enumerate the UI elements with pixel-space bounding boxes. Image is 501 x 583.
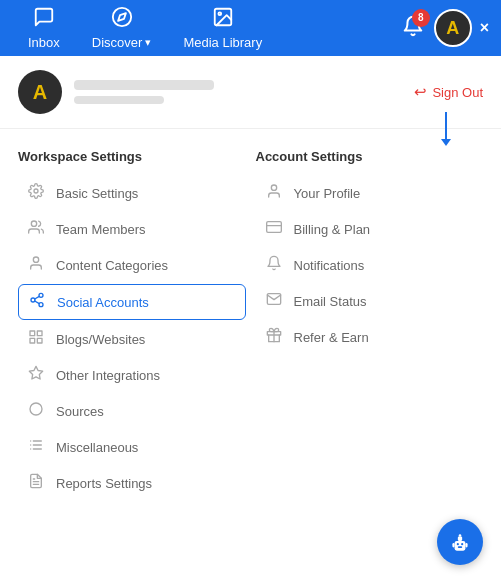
discover-label: Discover — [92, 35, 143, 50]
workspace-settings-col: Workspace Settings Basic Settings — [18, 149, 246, 502]
arrow-indicator — [445, 112, 447, 140]
blogs-websites-label: Blogs/Websites — [56, 332, 145, 347]
svg-rect-38 — [465, 543, 467, 547]
nav-close-button[interactable]: × — [480, 19, 489, 37]
media-library-label: Media Library — [183, 35, 262, 50]
sign-out-button[interactable]: ↩ Sign Out — [414, 83, 483, 101]
svg-rect-37 — [452, 543, 454, 547]
account-settings-title: Account Settings — [256, 149, 484, 164]
blogs-websites-icon — [26, 329, 46, 349]
team-members-label: Team Members — [56, 222, 146, 237]
content-categories-icon — [26, 255, 46, 275]
user-name-blur — [74, 80, 214, 90]
team-members-icon — [26, 219, 46, 239]
svg-point-6 — [33, 257, 38, 262]
miscellaneous-label: Miscellaneous — [56, 440, 138, 455]
miscellaneous-icon — [26, 437, 46, 457]
svg-marker-16 — [29, 366, 42, 379]
top-nav: Inbox Discover ▾ Media Library — [0, 0, 501, 56]
sign-out-icon: ↩ — [414, 83, 427, 101]
svg-point-5 — [31, 221, 36, 226]
svg-point-26 — [271, 185, 276, 190]
discover-icon — [111, 6, 133, 33]
menu-item-miscellaneous[interactable]: Miscellaneous — [18, 430, 246, 464]
inbox-icon — [33, 6, 55, 33]
reports-settings-icon — [26, 473, 46, 493]
basic-settings-icon — [26, 183, 46, 203]
svg-point-0 — [112, 8, 130, 26]
user-info — [74, 80, 414, 104]
menu-item-team-members[interactable]: Team Members — [18, 212, 246, 246]
inbox-label: Inbox — [28, 35, 60, 50]
reports-settings-label: Reports Settings — [56, 476, 152, 491]
menu-item-sources[interactable]: Sources — [18, 394, 246, 428]
nav-inbox[interactable]: Inbox — [12, 6, 76, 50]
discover-chevron-icon: ▾ — [145, 36, 151, 49]
svg-rect-34 — [458, 546, 462, 548]
notification-bell[interactable]: 8 — [402, 15, 424, 42]
sign-out-label: Sign Out — [432, 85, 483, 100]
svg-point-17 — [30, 403, 42, 415]
svg-rect-33 — [461, 543, 463, 545]
svg-point-4 — [34, 189, 38, 193]
svg-marker-1 — [118, 13, 126, 21]
menu-item-your-profile[interactable]: Your Profile — [256, 176, 484, 210]
svg-rect-35 — [458, 537, 462, 541]
content-categories-label: Content Categories — [56, 258, 168, 273]
email-status-icon — [264, 291, 284, 311]
refer-earn-icon — [264, 327, 284, 347]
nav-media-library[interactable]: Media Library — [167, 6, 278, 50]
social-accounts-label: Social Accounts — [57, 295, 149, 310]
svg-rect-31 — [455, 541, 466, 551]
menu-item-social-accounts[interactable]: Social Accounts — [18, 284, 246, 320]
notification-badge: 8 — [412, 9, 430, 27]
menu-area: Workspace Settings Basic Settings — [0, 129, 501, 512]
svg-rect-13 — [37, 331, 42, 336]
notifications-icon — [264, 255, 284, 275]
refer-earn-label: Refer & Earn — [294, 330, 369, 345]
user-sub-blur — [74, 96, 164, 104]
billing-plan-label: Billing & Plan — [294, 222, 371, 237]
other-integrations-icon — [26, 365, 46, 385]
menu-item-other-integrations[interactable]: Other Integrations — [18, 358, 246, 392]
billing-plan-icon — [264, 219, 284, 239]
workspace-settings-title: Workspace Settings — [18, 149, 246, 164]
svg-rect-32 — [457, 543, 459, 545]
sources-label: Sources — [56, 404, 104, 419]
other-integrations-label: Other Integrations — [56, 368, 160, 383]
robot-fab-button[interactable] — [437, 519, 483, 565]
svg-point-3 — [218, 12, 221, 15]
your-profile-icon — [264, 183, 284, 203]
svg-line-11 — [35, 296, 40, 299]
user-bar: A ↩ Sign Out — [0, 56, 501, 129]
user-avatar: A — [18, 70, 62, 114]
nav-discover[interactable]: Discover ▾ — [76, 6, 168, 50]
svg-point-36 — [459, 534, 462, 537]
svg-line-10 — [35, 301, 40, 304]
menu-item-blogs-websites[interactable]: Blogs/Websites — [18, 322, 246, 356]
svg-rect-15 — [30, 338, 35, 343]
menu-item-refer-earn[interactable]: Refer & Earn — [256, 320, 484, 354]
account-settings-col: Account Settings Your Profile — [256, 149, 484, 502]
menu-item-email-status[interactable]: Email Status — [256, 284, 484, 318]
menu-item-reports-settings[interactable]: Reports Settings — [18, 466, 246, 500]
your-profile-label: Your Profile — [294, 186, 361, 201]
notifications-label: Notifications — [294, 258, 365, 273]
basic-settings-label: Basic Settings — [56, 186, 138, 201]
social-accounts-icon — [27, 292, 47, 312]
svg-rect-27 — [266, 222, 281, 233]
nav-avatar[interactable]: A — [434, 9, 472, 47]
media-library-icon — [212, 6, 234, 33]
menu-item-basic-settings[interactable]: Basic Settings — [18, 176, 246, 210]
email-status-label: Email Status — [294, 294, 367, 309]
menu-item-notifications[interactable]: Notifications — [256, 248, 484, 282]
menu-item-content-categories[interactable]: Content Categories — [18, 248, 246, 282]
svg-rect-14 — [37, 338, 42, 343]
main-container: A ↩ Sign Out Workspace Settings Basic Se… — [0, 56, 501, 583]
robot-icon — [447, 529, 473, 555]
menu-item-billing-plan[interactable]: Billing & Plan — [256, 212, 484, 246]
sources-icon — [26, 401, 46, 421]
svg-rect-12 — [30, 331, 35, 336]
